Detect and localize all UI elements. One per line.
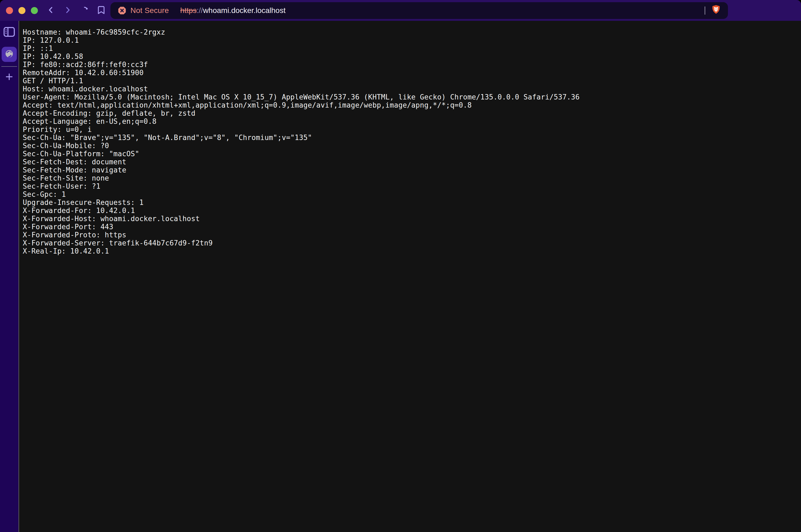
globe-icon	[4, 49, 14, 60]
browser-toolbar: Not Secure https://whoami.docker.localho…	[0, 0, 801, 21]
reload-button[interactable]	[79, 5, 90, 16]
page-content: Hostname: whoami-76c9859cfc-2rgxz IP: 12…	[19, 21, 801, 532]
close-window-button[interactable]	[6, 7, 13, 14]
sidebar-divider	[1, 66, 17, 67]
sidebar-panel-icon	[3, 27, 15, 38]
url-scheme: https	[180, 6, 197, 15]
new-tab-button[interactable]	[3, 71, 15, 83]
url-host: whoami.docker.localhost	[203, 6, 286, 15]
traffic-lights	[6, 7, 38, 14]
bookmark-icon	[96, 5, 106, 16]
not-secure-label: Not Secure	[130, 6, 169, 15]
forward-icon	[63, 6, 72, 15]
browser-window: Not Secure https://whoami.docker.localho…	[0, 0, 801, 532]
minimize-window-button[interactable]	[18, 7, 25, 14]
vertical-tab-sidebar	[0, 21, 19, 532]
plus-icon	[5, 72, 14, 82]
url-separator: ://	[197, 6, 203, 15]
brave-shields-button[interactable]	[711, 5, 722, 17]
url-text: https://whoami.docker.localhost	[180, 6, 286, 15]
forward-button[interactable]	[62, 5, 73, 16]
brave-shield-lion-icon	[711, 4, 721, 17]
fullscreen-window-button[interactable]	[31, 7, 38, 14]
back-icon	[47, 6, 55, 15]
window-body: Hostname: whoami-76c9859cfc-2rgxz IP: 12…	[0, 21, 801, 532]
active-tab-whoami[interactable]	[2, 47, 17, 62]
reload-icon	[80, 5, 89, 15]
address-bar[interactable]: Not Secure https://whoami.docker.localho…	[110, 2, 728, 19]
urlbar-divider	[705, 6, 705, 15]
bookmark-button[interactable]	[96, 5, 107, 16]
sidebar-toggle-button[interactable]	[3, 27, 16, 38]
whoami-response-text: Hostname: whoami-76c9859cfc-2rgxz IP: 12…	[23, 28, 801, 255]
back-button[interactable]	[45, 5, 56, 16]
not-secure-icon	[117, 6, 127, 15]
